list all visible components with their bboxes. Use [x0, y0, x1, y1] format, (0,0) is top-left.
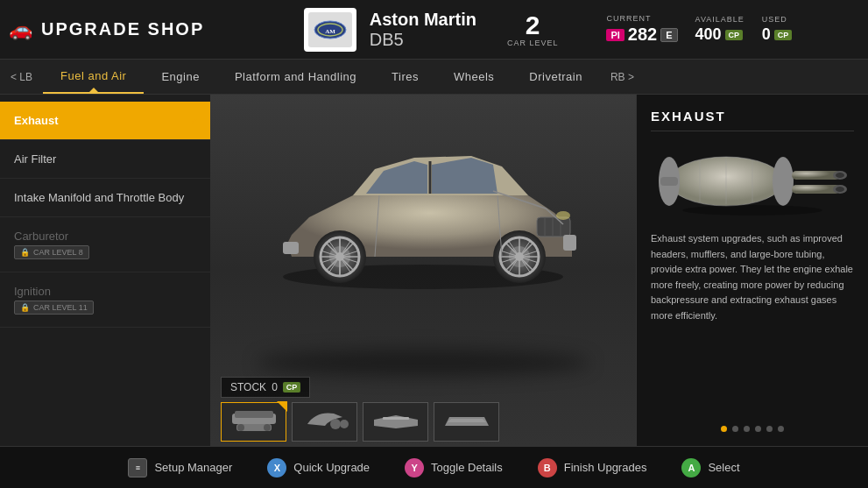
setup-manager-label: Setup Manager: [154, 461, 232, 474]
car-name-block: Aston Martin DB5: [370, 10, 476, 50]
quick-upgrade-button-icon: X: [267, 458, 286, 477]
upgrade-thumb-3[interactable]: [434, 402, 499, 442]
svg-text:AM: AM: [325, 28, 335, 35]
available-cp-badge: CP: [725, 30, 744, 40]
panel-dot-2: [744, 426, 750, 432]
svg-rect-38: [235, 411, 273, 418]
stock-cp-badge: CP: [283, 382, 301, 393]
nav-right-arrow[interactable]: RB >: [600, 60, 645, 94]
lock-icon: 🔒: [20, 248, 30, 257]
panel-dot-1: [732, 426, 738, 432]
pi-class-badge: E: [660, 28, 677, 42]
sidebar-item-intake[interactable]: Intake Manifold and Throttle Body: [0, 179, 210, 217]
nav-left-arrow[interactable]: < LB: [0, 60, 43, 94]
setup-manager-button-icon: ≡: [128, 458, 147, 477]
svg-rect-30: [537, 217, 570, 237]
header: 🚗 UPGRADE SHOP AM Aston Martin DB5 2 CAR…: [0, 0, 868, 60]
lock-icon-ignition: 🔒: [20, 303, 30, 312]
car-level-label: CAR LEVEL: [507, 39, 559, 47]
tab-fuel-air[interactable]: Fuel and Air: [43, 60, 144, 94]
svg-point-59: [682, 205, 822, 216]
tab-tires[interactable]: Tires: [374, 60, 436, 94]
stock-value: 0: [272, 381, 278, 393]
quick-upgrade-label: Quick Upgrade: [293, 461, 370, 474]
tab-drivetrain[interactable]: Drivetrain: [512, 60, 600, 94]
toggle-details-label: Toggle Details: [431, 461, 503, 474]
svg-rect-58: [660, 177, 678, 186]
pi-value: 282: [628, 25, 657, 45]
car-make: Aston Martin: [370, 10, 476, 30]
car-info-area: AM Aston Martin DB5 2 CAR LEVEL CURRENT …: [236, 8, 859, 52]
exhaust-image: [656, 145, 849, 219]
main-area: Exhaust ✓ Air Filter Intake Manifold and…: [0, 95, 868, 446]
nav-tabs: < LB Fuel and Air Engine Platform and Ha…: [0, 60, 868, 95]
panel-dots: [651, 426, 854, 432]
tab-wheels[interactable]: Wheels: [436, 60, 512, 94]
used-label: USED: [762, 15, 787, 24]
used-value: 0: [762, 25, 771, 44]
upgrade-thumb-2[interactable]: [363, 402, 428, 442]
car-display-area: STOCK 0 CP: [210, 95, 636, 446]
svg-point-34: [556, 211, 570, 220]
car-level-block: 2 CAR LEVEL: [507, 12, 559, 47]
lock-badge-carburetor: 🔒 CAR LEVEL 8: [14, 245, 89, 259]
tab-platform[interactable]: Platform and Handling: [217, 60, 374, 94]
current-label: CURRENT: [606, 14, 651, 23]
stock-label: STOCK 0 CP: [221, 377, 310, 398]
car-model: DB5: [370, 30, 476, 50]
svg-point-42: [330, 419, 341, 429]
right-panel: EXHAUST: [636, 95, 868, 446]
svg-point-40: [237, 424, 244, 431]
select-label: Select: [708, 461, 739, 474]
bottom-bar: ≡ Setup Manager X Quick Upgrade Y Toggle…: [0, 446, 868, 488]
toggle-details-action[interactable]: Y Toggle Details: [405, 458, 503, 477]
upgrade-thumbnails: [221, 402, 499, 442]
setup-manager-action[interactable]: ≡ Setup Manager: [128, 458, 232, 477]
finish-upgrades-label: Finish Upgrades: [564, 461, 647, 474]
svg-rect-35: [283, 242, 299, 254]
select-button-icon: A: [681, 458, 701, 477]
panel-title: EXHAUST: [651, 109, 854, 131]
check-icon: ✓: [189, 114, 200, 128]
panel-dot-0: [721, 426, 727, 432]
current-stat: CURRENT PI 282 E: [606, 14, 677, 45]
svg-point-54: [836, 173, 844, 178]
shop-title: UPGRADE SHOP: [41, 19, 204, 39]
svg-rect-36: [563, 235, 576, 251]
finish-upgrades-action[interactable]: B Finish Upgrades: [538, 458, 647, 477]
shop-title-area: 🚗 UPGRADE SHOP: [9, 18, 236, 41]
panel-image-area: [651, 142, 854, 221]
select-action[interactable]: A Select: [681, 458, 739, 477]
available-label: AVAILABLE: [695, 15, 745, 24]
panel-description: Exhaust system upgrades, such as improve…: [651, 231, 854, 417]
used-cp-badge: CP: [774, 30, 793, 40]
svg-point-57: [836, 187, 844, 192]
available-value: 400: [695, 25, 722, 44]
car-icon: 🚗: [9, 18, 32, 41]
sidebar-item-carburetor[interactable]: Carburetor 🔒 CAR LEVEL 8: [0, 217, 210, 272]
panel-dot-4: [766, 426, 773, 432]
toggle-details-button-icon: Y: [405, 458, 424, 477]
upgrade-thumb-0[interactable]: [221, 402, 286, 442]
svg-rect-44: [383, 417, 409, 420]
car-logo: AM: [304, 8, 356, 52]
svg-rect-55: [792, 185, 840, 194]
svg-point-41: [264, 424, 271, 431]
panel-dot-5: [778, 426, 784, 432]
panel-dot-3: [755, 426, 761, 432]
available-stat: AVAILABLE 400 CP: [695, 15, 745, 44]
svg-point-43: [340, 420, 349, 428]
car-level-number: 2: [526, 12, 540, 39]
sidebar-item-ignition[interactable]: Ignition 🔒 CAR LEVEL 11: [0, 272, 210, 328]
sidebar-item-air-filter[interactable]: Air Filter: [0, 140, 210, 179]
svg-point-51: [773, 157, 794, 206]
car-silhouette: [239, 121, 607, 296]
sidebar-item-exhaust[interactable]: Exhaust ✓: [0, 102, 210, 140]
tab-engine[interactable]: Engine: [144, 60, 216, 94]
lock-badge-ignition: 🔒 CAR LEVEL 11: [14, 301, 94, 315]
stats-area: CURRENT PI 282 E AVAILABLE 400 CP USED 0: [606, 14, 792, 45]
quick-upgrade-action[interactable]: X Quick Upgrade: [267, 458, 370, 477]
finish-upgrades-button-icon: B: [538, 458, 557, 477]
upgrade-thumb-1[interactable]: [292, 402, 357, 442]
pi-label-badge: PI: [606, 29, 624, 41]
